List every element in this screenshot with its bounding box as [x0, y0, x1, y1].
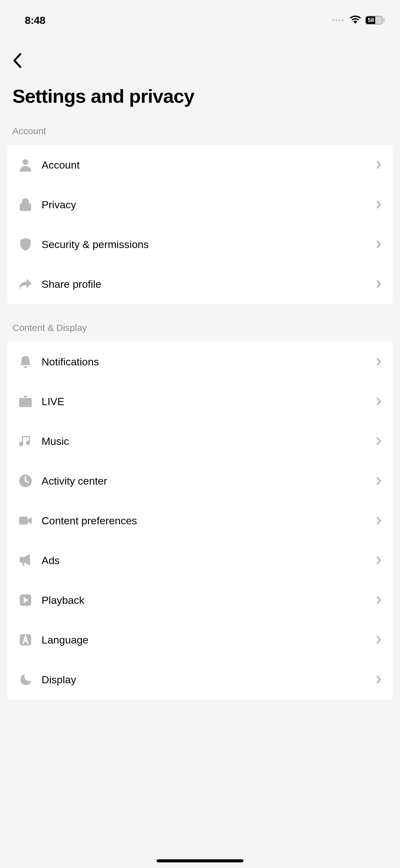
- battery-text: 58: [368, 17, 374, 24]
- chevron-right-icon: [376, 675, 381, 684]
- item-privacy[interactable]: Privacy: [7, 185, 393, 224]
- language-icon: [19, 633, 32, 647]
- status-indicators: 58: [332, 15, 385, 25]
- section-header-content: Content & Display: [0, 322, 400, 342]
- svg-rect-2: [19, 517, 28, 525]
- item-label: Ads: [41, 554, 367, 566]
- item-label: Privacy: [41, 199, 367, 211]
- tv-icon: [19, 395, 32, 408]
- item-label: Music: [41, 435, 367, 447]
- item-ads[interactable]: Ads: [7, 540, 393, 580]
- chevron-right-icon: [376, 160, 381, 169]
- item-label: Playback: [41, 594, 367, 606]
- page-title: Settings and privacy: [0, 79, 400, 126]
- item-label: Account: [41, 159, 367, 171]
- person-icon: [19, 158, 32, 172]
- item-playback[interactable]: Playback: [7, 580, 393, 620]
- item-label: Content preferences: [41, 515, 367, 527]
- share-icon: [19, 277, 32, 291]
- item-activity-center[interactable]: Activity center: [7, 461, 393, 501]
- status-dots: [332, 19, 343, 21]
- chevron-right-icon: [376, 556, 381, 565]
- item-live[interactable]: LIVE: [7, 381, 393, 421]
- item-language[interactable]: Language: [7, 620, 393, 660]
- item-share-profile[interactable]: Share profile: [7, 264, 393, 304]
- lock-icon: [19, 198, 32, 211]
- item-label: Display: [41, 674, 367, 686]
- item-label: Language: [41, 634, 367, 646]
- item-display[interactable]: Display: [7, 660, 393, 700]
- play-icon: [19, 593, 32, 607]
- section-account: Account Privacy Security & permissions S…: [7, 145, 393, 304]
- item-label: Security & permissions: [41, 239, 367, 251]
- video-icon: [19, 514, 32, 527]
- chevron-right-icon: [376, 200, 381, 209]
- status-bar: 8:48 58: [0, 0, 400, 37]
- home-indicator[interactable]: [157, 859, 243, 862]
- wifi-icon: [350, 15, 361, 25]
- item-label: Activity center: [41, 475, 367, 487]
- item-account[interactable]: Account: [7, 145, 393, 185]
- item-content-preferences[interactable]: Content preferences: [7, 501, 393, 540]
- item-label: LIVE: [41, 396, 367, 408]
- item-security[interactable]: Security & permissions: [7, 224, 393, 264]
- status-time: 8:48: [25, 14, 45, 26]
- section-content: Notifications LIVE Music Activity center…: [7, 342, 393, 700]
- item-label: Notifications: [41, 356, 367, 368]
- music-icon: [19, 434, 32, 448]
- battery-indicator: 58: [365, 16, 385, 25]
- chevron-right-icon: [376, 357, 381, 366]
- chevron-right-icon: [376, 240, 381, 249]
- chevron-right-icon: [376, 595, 381, 605]
- chevron-right-icon: [376, 476, 381, 486]
- moon-icon: [19, 673, 32, 686]
- item-label: Share profile: [41, 278, 367, 290]
- megaphone-icon: [19, 554, 32, 567]
- chevron-right-icon: [376, 516, 381, 525]
- chevron-right-icon: [376, 635, 381, 645]
- chevron-right-icon: [376, 397, 381, 406]
- section-header-account: Account: [0, 126, 400, 145]
- item-music[interactable]: Music: [7, 421, 393, 461]
- svg-point-0: [23, 159, 28, 165]
- chevron-right-icon: [376, 436, 381, 446]
- item-notifications[interactable]: Notifications: [7, 342, 393, 381]
- chevron-right-icon: [376, 279, 381, 289]
- back-button[interactable]: [0, 37, 400, 79]
- shield-icon: [19, 238, 32, 251]
- bell-icon: [19, 355, 32, 369]
- clock-icon: [19, 474, 32, 488]
